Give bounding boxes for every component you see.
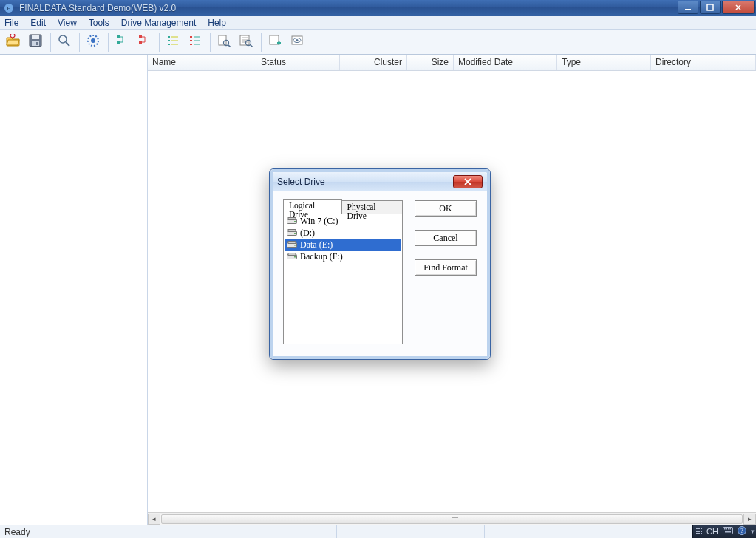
ok-button[interactable]: OK	[415, 200, 477, 217]
toolbar-separator	[210, 33, 211, 52]
eye-preview-icon	[290, 34, 304, 50]
svg-rect-6	[32, 41, 39, 46]
drive-label: Data (E:)	[300, 239, 333, 251]
tree-red-icon	[138, 35, 150, 49]
toolbar-preview-button[interactable]	[287, 32, 307, 52]
help-icon[interactable]: ?	[738, 526, 746, 537]
drive-item[interactable]: Data (E:)	[285, 239, 401, 251]
tree-pane[interactable]	[0, 55, 148, 525]
column-header-name[interactable]: Name	[148, 55, 256, 70]
toolbar-tree2-button[interactable]	[134, 32, 154, 52]
column-header-status[interactable]: Status	[256, 55, 340, 70]
toolbar-separator	[108, 33, 109, 52]
svg-rect-42	[294, 233, 296, 234]
column-header-type[interactable]: Type	[557, 55, 651, 70]
toolbar-tree1-button[interactable]	[112, 32, 132, 52]
status-ready: Ready	[4, 527, 30, 537]
column-header-cluster[interactable]: Cluster	[340, 55, 407, 70]
svg-point-10	[91, 38, 95, 43]
svg-rect-45	[294, 245, 296, 246]
toolbar-add-button[interactable]	[265, 32, 285, 52]
svg-rect-31	[726, 528, 727, 530]
find-format-button[interactable]: Find Format	[415, 259, 477, 276]
ime-language[interactable]: CH	[706, 527, 718, 536]
toolbar-separator	[159, 33, 160, 52]
svg-rect-15	[168, 36, 170, 38]
drive-icon	[287, 229, 297, 236]
drive-icon	[287, 241, 297, 248]
magnifier-icon	[58, 34, 71, 50]
tab-logical-drive[interactable]: Logical Drive	[283, 199, 342, 214]
svg-rect-30	[724, 528, 726, 530]
menu-view[interactable]: View	[58, 18, 77, 28]
keyboard-icon[interactable]	[723, 527, 733, 536]
toolbar-open-button[interactable]	[3, 32, 24, 52]
toolbar-scan-button[interactable]	[83, 32, 103, 52]
svg-rect-33	[729, 528, 731, 530]
tab-physical-drive[interactable]: Physical Drive	[342, 200, 403, 214]
ime-grid-icon	[696, 528, 702, 535]
svg-rect-16	[168, 40, 170, 41]
toolbar-zoom-button[interactable]	[54, 32, 75, 52]
menu-drive-management[interactable]: Drive Management	[121, 18, 196, 28]
svg-rect-48	[294, 256, 296, 258]
dialog-close-button[interactable]	[453, 175, 483, 188]
svg-text:F: F	[7, 5, 11, 12]
ime-tray[interactable]: CH ? ▾	[692, 525, 756, 538]
toolbar-find2-button[interactable]	[236, 32, 256, 52]
scroll-right-arrow[interactable]: ▸	[743, 514, 756, 525]
column-header-size[interactable]: Size	[407, 55, 454, 70]
svg-rect-17	[168, 44, 170, 45]
drive-tabs: Logical Drive Physical Drive	[283, 199, 403, 214]
dialog-title: Select Drive	[277, 177, 453, 187]
svg-rect-19	[190, 40, 192, 41]
svg-text:?: ?	[740, 528, 743, 534]
svg-point-28	[296, 39, 299, 41]
find-doc-icon	[217, 34, 231, 50]
drive-item[interactable]: (D:)	[285, 227, 401, 239]
drive-item[interactable]: Backup (F:)	[285, 251, 401, 262]
toolbar-list1-button[interactable]	[163, 32, 183, 52]
svg-rect-41	[288, 230, 296, 232]
app-icon: F	[3, 2, 15, 14]
cancel-button[interactable]: Cancel	[415, 230, 477, 246]
list-green-icon	[167, 35, 179, 49]
dialog-titlebar[interactable]: Select Drive	[273, 172, 487, 191]
svg-rect-3	[707, 4, 713, 10]
toolbar-list2-button[interactable]	[185, 32, 205, 52]
scroll-left-arrow[interactable]: ◂	[148, 514, 160, 525]
column-header-directory[interactable]: Directory	[651, 55, 756, 70]
window-maximize-button[interactable]	[700, 1, 721, 14]
svg-rect-12	[117, 41, 120, 44]
floppy-save-icon	[29, 34, 42, 50]
window-close-button[interactable]	[722, 1, 755, 14]
menu-help[interactable]: Help	[208, 18, 226, 28]
svg-rect-13	[139, 35, 142, 38]
column-header-modified[interactable]: Modified Date	[454, 55, 557, 70]
menu-file[interactable]: File	[4, 18, 18, 28]
toolbar-find-button[interactable]	[214, 32, 234, 52]
scroll-thumb[interactable]	[161, 514, 743, 524]
svg-rect-29	[723, 528, 732, 534]
tree-green-icon	[116, 35, 128, 49]
window-titlebar: F FINALDATA Standard Demo(WEB) v2.0	[0, 0, 756, 16]
drive-icon	[287, 253, 297, 260]
horizontal-scrollbar[interactable]: ◂ ▸	[148, 512, 756, 525]
ime-chevron-icon[interactable]: ▾	[751, 528, 755, 535]
drive-label: (D:)	[300, 228, 315, 239]
drive-listbox[interactable]: Win 7 (C:)(D:)Data (E:)Backup (F:)	[283, 213, 403, 344]
menubar: File Edit View Tools Drive Management He…	[0, 16, 756, 30]
list-red-icon	[189, 35, 201, 49]
window-minimize-button[interactable]	[678, 1, 698, 14]
folder-open-icon	[6, 34, 21, 50]
status-segment-1	[336, 525, 484, 538]
svg-rect-47	[288, 253, 296, 256]
svg-rect-7	[36, 42, 38, 45]
scroll-track[interactable]	[160, 514, 743, 525]
svg-rect-39	[294, 221, 296, 222]
toolbar-separator	[50, 33, 51, 52]
svg-rect-34	[725, 531, 731, 533]
menu-edit[interactable]: Edit	[30, 18, 46, 28]
toolbar-save-button[interactable]	[25, 32, 46, 52]
menu-tools[interactable]: Tools	[89, 18, 109, 28]
